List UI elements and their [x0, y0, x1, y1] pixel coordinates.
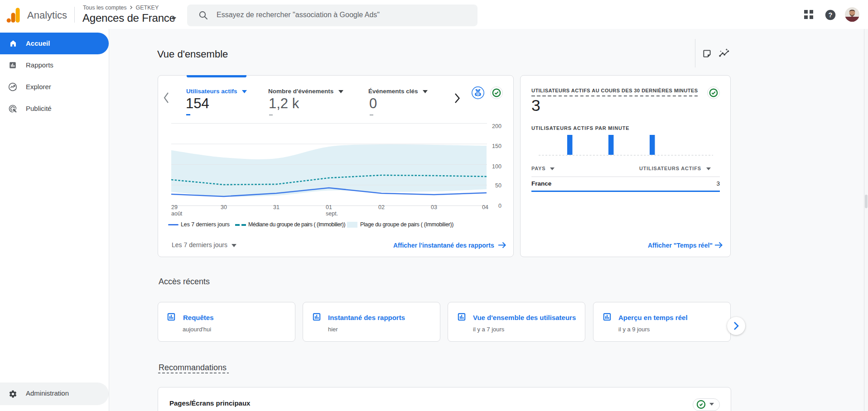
svg-text:?: ? — [829, 11, 833, 19]
